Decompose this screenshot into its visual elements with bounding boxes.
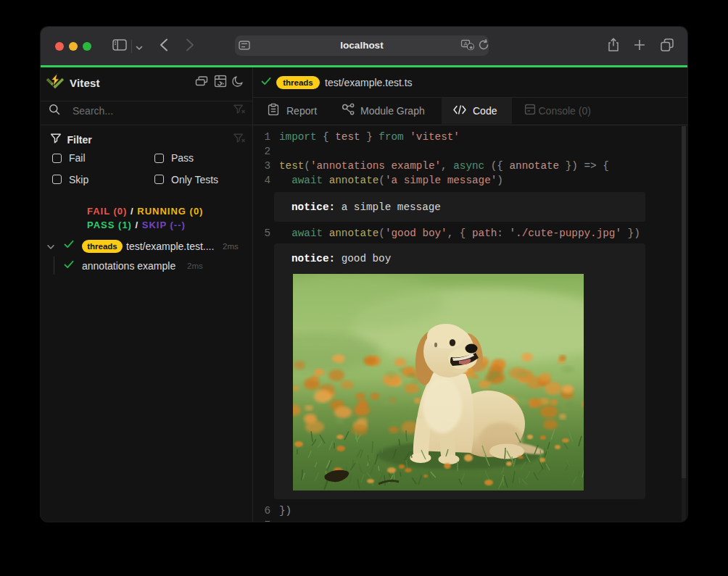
svg-text:★: ★: [468, 44, 473, 51]
